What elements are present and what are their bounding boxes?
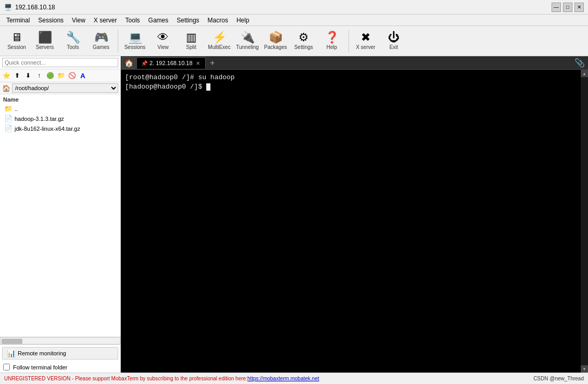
toolbar-btn-tools[interactable]: 🔧Tools bbox=[59, 28, 86, 55]
terminal-content[interactable]: [root@hadoop0 /]# su hadoop [hadoop@hado… bbox=[121, 70, 581, 373]
tree-header: Name bbox=[1, 95, 119, 104]
sidebar-btn-delete[interactable]: 🚫 bbox=[67, 70, 77, 81]
terminal-area: 🏠 📌 2. 192.168.10.18 ✕ + 📎 [root@hadoop0… bbox=[121, 56, 588, 373]
home-icon: 🏠 bbox=[124, 59, 133, 67]
multiexec-icon: ⚡ bbox=[212, 32, 227, 43]
tree-item-name: jdk-8u162-linux-x64.tar.gz bbox=[15, 126, 80, 132]
menu-item-terminal[interactable]: Terminal bbox=[2, 16, 34, 25]
title-bar: 🖥️ 192.168.10.18 — □ ✕ bbox=[0, 0, 588, 15]
toolbar-label-help: Help bbox=[327, 44, 337, 50]
toolbar-btn-games[interactable]: 🎮Games bbox=[87, 28, 115, 55]
sidebar-btn-text[interactable]: A bbox=[78, 70, 88, 81]
follow-terminal-section: Follow terminal folder bbox=[0, 362, 120, 373]
sidebar-btn-star[interactable]: ⭐ bbox=[1, 70, 11, 81]
remote-monitor-label: Remote monitoring bbox=[18, 350, 66, 356]
menu-item-x-server[interactable]: X server bbox=[90, 16, 121, 25]
toolbar-label-session: Session bbox=[7, 44, 26, 50]
toolbar-btn-packages[interactable]: 📦Packages bbox=[262, 28, 289, 55]
remote-monitor-button[interactable]: 📊 Remote monitoring bbox=[2, 347, 118, 360]
sessions-icon: 💻 bbox=[128, 32, 142, 43]
title-text: 192.168.10.18 bbox=[15, 4, 55, 11]
toolbar-label-packages: Packages bbox=[264, 44, 287, 50]
sidebar: ⭐ ⬆ ⬇ ↑ 🟢 📁 🚫 A 🏠 /root/hadoop/ Name 📁..… bbox=[0, 56, 121, 373]
toolbar-btn-multiexec[interactable]: ⚡MultiExec bbox=[206, 28, 233, 55]
terminal-scroll-up[interactable]: ▲ bbox=[581, 70, 588, 77]
app-icon: 🖥️ bbox=[4, 4, 12, 11]
menu-item-settings[interactable]: Settings bbox=[172, 16, 203, 25]
toolbar-btn-exit[interactable]: ⏻Exit bbox=[380, 28, 407, 55]
tools-icon: 🔧 bbox=[66, 32, 80, 43]
main-area: ⭐ ⬆ ⬇ ↑ 🟢 📁 🚫 A 🏠 /root/hadoop/ Name 📁..… bbox=[0, 56, 588, 373]
terminal-tab-1[interactable]: 📌 2. 192.168.10.18 ✕ bbox=[136, 57, 206, 69]
sidebar-btn-folder-new[interactable]: 📁 bbox=[56, 70, 66, 81]
toolbar-btn-tunneling[interactable]: 🔌Tunneling bbox=[234, 28, 261, 55]
terminal-scroll-track[interactable] bbox=[581, 77, 588, 365]
menu-item-view[interactable]: View bbox=[68, 16, 90, 25]
toolbar-label-settings: Settings bbox=[294, 44, 313, 50]
toolbar-btn-settings[interactable]: ⚙Settings bbox=[290, 28, 317, 55]
menu-item-tools[interactable]: Tools bbox=[121, 16, 144, 25]
terminal-row: [root@hadoop0 /]# su hadoop [hadoop@hado… bbox=[121, 70, 588, 373]
hscroll-thumb[interactable] bbox=[2, 339, 22, 344]
toolbar-sep-1 bbox=[348, 30, 349, 53]
sidebar-btn-green[interactable]: 🟢 bbox=[45, 70, 55, 81]
toolbar-btn-sessions[interactable]: 💻Sessions bbox=[121, 28, 148, 55]
paperclip-icon[interactable]: 📎 bbox=[572, 58, 587, 68]
close-button[interactable]: ✕ bbox=[574, 3, 584, 12]
split-icon: ▥ bbox=[186, 32, 197, 43]
toolbar-label-exit: Exit bbox=[390, 44, 398, 50]
menu-item-macros[interactable]: Macros bbox=[204, 16, 232, 25]
tab-add-button[interactable]: + bbox=[207, 57, 218, 69]
hscroll-bar[interactable] bbox=[0, 337, 120, 344]
follow-terminal-label[interactable]: Follow terminal folder bbox=[13, 364, 68, 370]
sidebar-btn-download[interactable]: ⬇ bbox=[23, 70, 33, 81]
terminal-cursor bbox=[206, 83, 210, 91]
quick-connect-input[interactable] bbox=[2, 58, 118, 67]
toolbar-label-servers: Servers bbox=[36, 44, 54, 50]
tree-item[interactable]: 📄jdk-8u162-linux-x64.tar.gz bbox=[1, 123, 119, 133]
status-link[interactable]: https://mobaxterm.mobatek.net bbox=[247, 376, 319, 381]
packages-icon: 📦 bbox=[269, 32, 283, 43]
maximize-button[interactable]: □ bbox=[563, 3, 572, 12]
session-icon: 🖥 bbox=[11, 32, 22, 43]
toolbar-btn-view[interactable]: 👁View bbox=[149, 28, 177, 55]
quick-connect-bar bbox=[0, 56, 120, 69]
terminal-scrollbar: ▲ ▼ bbox=[581, 70, 588, 373]
path-home-icon: 🏠 bbox=[2, 84, 10, 92]
servers-icon: ⬛ bbox=[38, 32, 52, 43]
tree-item[interactable]: 📄hadoop-3.1.3.tar.gz bbox=[1, 114, 119, 123]
tree-item-name: .. bbox=[15, 106, 18, 112]
view-icon: 👁 bbox=[157, 32, 169, 43]
menu-item-sessions[interactable]: Sessions bbox=[34, 16, 68, 25]
title-bar-controls: — □ ✕ bbox=[552, 3, 584, 12]
sidebar-hscroll[interactable] bbox=[0, 337, 120, 344]
xserver-icon: ✖ bbox=[361, 32, 370, 43]
terminal-scroll-down[interactable]: ▼ bbox=[581, 365, 588, 373]
toolbar-btn-help[interactable]: ❓Help bbox=[318, 28, 345, 55]
toolbar-label-multiexec: MultiExec bbox=[208, 44, 230, 50]
tree-item-name: hadoop-3.1.3.tar.gz bbox=[15, 116, 64, 122]
sidebar-btn-up[interactable]: ↑ bbox=[34, 70, 44, 81]
toolbar-sep-0 bbox=[118, 30, 118, 53]
minimize-button[interactable]: — bbox=[552, 3, 561, 12]
help-icon: ❓ bbox=[325, 32, 339, 43]
path-dropdown[interactable]: /root/hadoop/ bbox=[12, 83, 118, 93]
menu-item-games[interactable]: Games bbox=[144, 16, 173, 25]
path-bar: 🏠 /root/hadoop/ bbox=[0, 82, 120, 94]
tab-label: 2. 192.168.10.18 bbox=[149, 60, 193, 66]
tab-home-button[interactable]: 🏠 bbox=[122, 57, 135, 69]
toolbar-btn-split[interactable]: ▥Split bbox=[178, 28, 205, 55]
menu-item-help[interactable]: Help bbox=[232, 16, 254, 25]
toolbar-label-games: Games bbox=[93, 44, 109, 50]
sidebar-btn-upload[interactable]: ⬆ bbox=[12, 70, 22, 81]
remote-monitor-section: 📊 Remote monitoring bbox=[0, 344, 120, 362]
tab-close-button[interactable]: ✕ bbox=[195, 60, 201, 66]
toolbar-label-view: View bbox=[157, 44, 169, 50]
toolbar-btn-session[interactable]: 🖥Session bbox=[3, 28, 30, 55]
toolbar-btn-servers[interactable]: ⬛Servers bbox=[31, 28, 58, 55]
follow-terminal-checkbox[interactable] bbox=[3, 364, 10, 370]
tunneling-icon: 🔌 bbox=[241, 32, 255, 43]
tree-item[interactable]: 📁.. bbox=[1, 104, 119, 114]
toolbar-btn-xserver[interactable]: ✖X server bbox=[352, 28, 379, 55]
file-icon: 📄 bbox=[4, 125, 12, 132]
